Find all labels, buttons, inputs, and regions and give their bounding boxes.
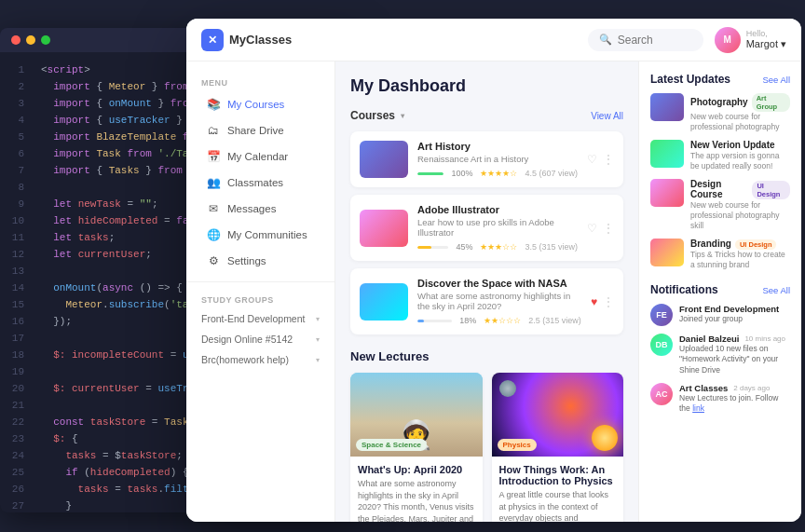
lecture-title-space: What's Up: April 2020 <box>358 464 475 475</box>
group-label-design: Design Online #5142 <box>201 334 293 345</box>
notif-body-fe: Front End Development Joined your group <box>679 304 790 324</box>
course-card-art-history: Art History Renaissance Art in a History… <box>350 131 623 187</box>
sidebar-item-drive[interactable]: 🗂 Share Drive <box>192 117 329 143</box>
top-bar: ✕ MyClasses 🔍 M Hello, Margot ▾ <box>186 19 801 61</box>
main-layout: MENU 📚 My Courses 🗂 Share Drive 📅 My Cal… <box>186 61 801 522</box>
user-greeting: Hello, Margot ▾ <box>746 29 786 50</box>
heart-icon-space[interactable]: ♥ <box>591 295 597 308</box>
sidebar-item-calendar[interactable]: 📅 My Calendar <box>192 143 329 170</box>
update-item-branding: Branding UI Design Tips & Tricks how to … <box>650 239 790 270</box>
course-subtitle-space: What are some astronomy highlights in th… <box>417 291 581 311</box>
more-icon-space[interactable]: ⋮ <box>603 295 614 308</box>
courses-dropdown-arrow: ▾ <box>401 112 404 120</box>
course-subtitle-ai: Lear how to use pro skills in Adobe Illu… <box>417 217 578 238</box>
notifications-see-all[interactable]: See All <box>762 285 790 295</box>
user-name: Margot ▾ <box>746 38 786 50</box>
sidebar-item-settings[interactable]: ⚙ Settings <box>192 248 329 274</box>
more-icon-art[interactable]: ⋮ <box>603 153 614 166</box>
messages-icon: ✉ <box>207 202 220 215</box>
course-thumb-art <box>360 141 408 178</box>
course-info-ai: Adobe Illustrator Lear how to use pro sk… <box>417 204 578 252</box>
user-info: M Hello, Margot ▾ <box>715 27 786 53</box>
classmates-icon: 👥 <box>207 176 220 189</box>
content-area: My Dashboard Courses ▾ View All Art Hist… <box>335 61 638 522</box>
sidebar-item-communities[interactable]: 🌐 My Communities <box>192 222 329 248</box>
update-info-verion: New Verion Update The app version is gon… <box>690 140 790 171</box>
update-title-row-design: Design Course UI Design <box>690 179 790 200</box>
update-info-photo: Photography Art Group New web course for… <box>690 93 790 132</box>
search-bar[interactable]: 🔍 <box>588 29 703 51</box>
right-panel: Latest Updates See All Photography Art G… <box>638 61 801 522</box>
sidebar-label-settings: Settings <box>227 255 266 266</box>
page-title: My Dashboard <box>350 76 623 96</box>
course-card-ai: Adobe Illustrator Lear how to use pro sk… <box>350 195 623 261</box>
course-meta-ai: 45% ★★★☆☆ 3.5 (315 view) <box>417 242 578 252</box>
notif-avatar-db: DB <box>650 334 673 356</box>
chevron-down-icon: ▾ <box>316 315 320 323</box>
lecture-card-space: 🧑‍🚀 Space & Science What's Up: April 202… <box>350 373 483 522</box>
sidebar-label-classmates: Classmates <box>227 177 283 188</box>
app-window: ✕ MyClasses 🔍 M Hello, Margot ▾ MENU 📚 M… <box>186 19 801 522</box>
update-info-design: Design Course UI Design New web course f… <box>690 179 790 231</box>
lecture-tag-physics: Physics <box>498 439 537 451</box>
progress-pct-space: 18% <box>459 316 476 325</box>
update-title-brand: Branding <box>690 239 731 249</box>
notif-avatar-fe: FE <box>650 304 673 326</box>
course-actions-ai: ♡ ⋮ <box>587 222 614 235</box>
update-desc-verion: The app version is gonna be updated real… <box>690 151 790 171</box>
drive-icon: 🗂 <box>207 124 220 137</box>
course-thumb-ai <box>360 210 408 247</box>
course-title-space: Discover the Space with NASA <box>417 278 581 289</box>
lecture-card-physics: Physics How Things Work: An Introduction… <box>492 373 624 522</box>
sidebar-group-homework[interactable]: Brc(homework help) ▾ <box>186 349 334 370</box>
heart-icon-art[interactable]: ♡ <box>587 153 597 166</box>
notif-item-db: DB Daniel Balzeui 10 mins ago Uploaded 1… <box>650 334 790 375</box>
group-label-homework: Brc(homework help) <box>201 354 289 365</box>
lecture-desc-space: What are some astronomy highlights in th… <box>358 478 475 522</box>
sidebar-item-classmates[interactable]: 👥 Classmates <box>192 170 329 196</box>
notif-text-ac: New Lectures to join. Follow the link <box>679 393 790 414</box>
settings-icon: ⚙ <box>207 254 220 267</box>
sidebar-label-drive: Share Drive <box>227 125 284 136</box>
update-badge-brand: UI Design <box>735 239 777 250</box>
sidebar-item-courses[interactable]: 📚 My Courses <box>192 91 329 117</box>
physics-orb <box>592 425 618 451</box>
notifications-header: Notifications See All <box>650 283 790 296</box>
sidebar-label-courses: My Courses <box>227 99 284 110</box>
progress-pct-ai: 45% <box>456 242 472 252</box>
sidebar: MENU 📚 My Courses 🗂 Share Drive 📅 My Cal… <box>186 61 335 522</box>
notif-link-ac[interactable]: link <box>692 403 704 413</box>
update-title-verion: New Verion Update <box>690 140 790 150</box>
minimize-dot <box>26 35 35 45</box>
progress-bar-ai <box>417 246 448 249</box>
progress-fill-art <box>417 172 443 175</box>
heart-icon-ai[interactable]: ♡ <box>587 222 597 235</box>
progress-bar-art <box>417 172 443 175</box>
course-meta-art: 100% ★★★★☆ 4.5 (607 view) <box>417 169 578 178</box>
update-badge-design: UI Design <box>752 181 790 199</box>
notif-item-fe: FE Front End Development Joined your gro… <box>650 304 790 326</box>
sidebar-item-messages[interactable]: ✉ Messages <box>192 196 329 222</box>
update-title-row-brand: Branding UI Design <box>690 239 790 250</box>
view-all-button[interactable]: View All <box>591 111 623 121</box>
search-icon: 🔍 <box>599 34 612 46</box>
update-title-row-photo: Photography Art Group <box>690 93 790 112</box>
search-input[interactable] <box>618 34 692 47</box>
courses-section-header: Courses ▾ View All <box>350 109 623 122</box>
sidebar-group-frontend[interactable]: Front-End Development ▾ <box>186 308 334 329</box>
course-thumb-space <box>360 283 408 321</box>
more-icon-ai[interactable]: ⋮ <box>603 222 614 235</box>
notif-time-ac: 2 days ago <box>733 384 770 392</box>
lectures-grid: 🧑‍🚀 Space & Science What's Up: April 202… <box>350 373 623 522</box>
sidebar-group-design[interactable]: Design Online #5142 ▾ <box>186 329 334 349</box>
chevron-down-icon-2: ▾ <box>316 335 320 344</box>
physics-planet <box>499 380 516 397</box>
sidebar-label-communities: My Communities <box>227 229 307 240</box>
group-label-frontend: Front-End Development <box>201 313 305 324</box>
lecture-tag-space: Space & Science <box>356 439 427 451</box>
update-thumb-verion <box>650 140 684 168</box>
update-info-brand: Branding UI Design Tips & Tricks how to … <box>690 239 790 270</box>
latest-updates-see-all[interactable]: See All <box>762 75 790 85</box>
notif-name-fe: Front End Development <box>679 304 779 314</box>
app-logo: ✕ MyClasses <box>201 29 292 51</box>
